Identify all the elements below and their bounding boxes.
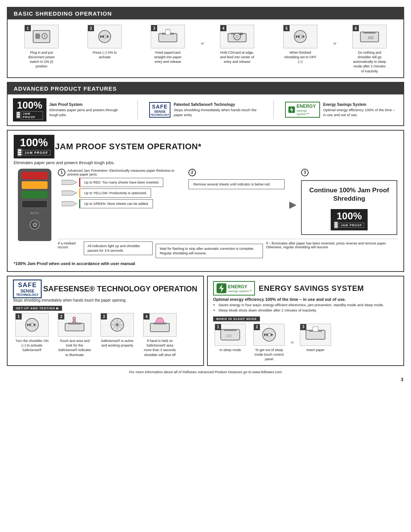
advanced-features-container: 100% JAM PROOF Jam Proof System Eliminat… <box>8 94 403 125</box>
energy-opt-title: Optimal energy efficiency 100% of the ti… <box>213 297 398 302</box>
setup-step-2-image: 2 <box>58 313 91 337</box>
energy-logo-large: ENERGY savings system™ <box>213 281 255 296</box>
yellow-indicator-row: Up to YELLOW: Productivity is optimized. <box>62 189 186 198</box>
svg-point-44 <box>116 323 119 326</box>
indicator-green <box>22 191 48 198</box>
energy-savings-section: ENERGY savings system™ ENERGY SAVINGS SY… <box>207 276 404 366</box>
sleep-step-3-caption: insert paper <box>306 348 325 352</box>
setup-step-1-caption: Turn the shredder ON (○) to activate Saf… <box>15 339 49 352</box>
feature-divider-2 <box>273 100 274 119</box>
step-4-image: 4 <box>220 25 254 48</box>
setup-label: SET-UP AND TESTING ▶ <box>13 306 62 311</box>
step-1-image: 1 <box>24 25 59 48</box>
setup-step-3-caption: SafeSense® is active and working properl… <box>100 339 134 348</box>
basic-shredding-section: BASIC SHREDDING OPERATION 1 Plug in and … <box>7 7 404 78</box>
jam-steps-content: 1 Advanced Jam Prevention- Electronicall… <box>58 169 397 258</box>
energy-bullets: Saves energy in four ways: energy-effici… <box>213 302 398 313</box>
power-button: ⏻ <box>30 220 40 230</box>
jam-step1-desc: Advanced Jam Prevention- Electronically … <box>67 169 186 176</box>
svg-text:zzz: zzz <box>226 334 232 338</box>
jam-step-2-col: 2 Remove several sheets until indicator … <box>188 169 285 235</box>
sleep-step-2: 2 To get out of sleep mode touch control… <box>252 324 286 361</box>
jam-step-1-col: 1 Advanced Jam Prevention- Electronicall… <box>58 169 186 235</box>
big-arrow: ► <box>287 169 299 235</box>
svg-rect-59 <box>313 327 318 331</box>
svg-rect-37 <box>68 323 81 324</box>
setup-step-1-image: 1 <box>15 313 49 337</box>
basic-section-header: BASIC SHREDDING OPERATION <box>8 8 403 19</box>
step-2-image: 2 <box>88 25 122 48</box>
setup-steps-container: 1 Turn the shredder ON (○) to activate S… <box>13 313 198 357</box>
feature-jam-proof-text: Jam Proof System Eliminates paper jams a… <box>49 102 126 118</box>
advanced-section-header: ADVANCED PRODUCT FEATURES <box>8 83 403 94</box>
sleep-step-1-image: 1 zzz <box>215 324 246 346</box>
step-3-image: 3 <box>151 25 185 48</box>
setup-step-4-caption: If hand is held on SafeSense® area more … <box>143 339 177 357</box>
jam-step-3-col: 3 Continue 100% Jam Proof Shredding 100% <box>301 169 397 235</box>
illuminates-note: If ↑ illuminates after paper has been re… <box>266 241 397 249</box>
setup-step-3: 3 SafeSense® is active and working prope… <box>98 313 136 348</box>
setup-step-4: 4 If hand is held on SafeSense® area mor… <box>141 313 179 357</box>
advanced-section: ADVANCED PRODUCT FEATURES 100% JAM PROOF… <box>7 82 404 126</box>
safe-sense-logo: SAFE SENSE TECHNOLOGY <box>149 102 171 118</box>
footer-note: For more information about all of Fellow… <box>7 370 404 374</box>
setup-step-2-caption: Touch test area and look for the SafeSen… <box>58 339 91 357</box>
jam-diagram: AUTO ⏻ 1 Advanced Jam Prevention- Electr… <box>14 169 397 258</box>
indicator-dark <box>22 200 48 208</box>
jam-footnote: *100% Jam Proof when used in accordance … <box>14 261 397 266</box>
feature-safe-sense: SAFE SENSE TECHNOLOGY Patented SafeSense… <box>149 102 262 118</box>
step-3-caption: Feed paper/card straight into paper entr… <box>151 50 185 64</box>
step-5-caption: When finished shredding set to OFF (○) <box>283 50 317 64</box>
svg-marker-28 <box>62 180 77 185</box>
sleep-or-label: or <box>291 340 294 344</box>
jam-proof-badge: 100% JAM PROOF <box>13 98 46 121</box>
jam-step-headers: 1 Advanced Jam Prevention- Electronicall… <box>58 169 397 235</box>
svg-marker-29 <box>62 191 77 195</box>
basic-step-5: 5 When finished shredding set to OFF (○) <box>270 25 330 64</box>
svg-point-38 <box>73 317 76 320</box>
jam-step1-num-row: 1 Advanced Jam Prevention- Electronicall… <box>58 169 186 176</box>
indicator-red <box>22 172 48 179</box>
svg-rect-1 <box>35 34 40 39</box>
indicator-yellow <box>22 181 48 189</box>
jam-proof-section: 100% JAM PROOF JAM PROOF SYSTEM OPERATIO… <box>7 130 404 272</box>
sleep-step-3: 3 insert paper <box>298 324 333 352</box>
basic-step-4: 4 Hold CD/card at edge, and feed into ce… <box>207 25 267 64</box>
jam-section-title: JAM PROOF SYSTEM OPERATION* <box>55 142 202 152</box>
safesense-section: SAFE SENSE TECHNOLOGY SAFESENSE® TECHNOL… <box>7 276 204 366</box>
yellow-indicator-box: Up to YELLOW: Productivity is optimized. <box>79 189 151 198</box>
step-4-caption: Hold CD/card at edge, and feed into cent… <box>220 50 254 64</box>
or-label-1: or <box>201 42 204 45</box>
shredder-illustration: AUTO ⏻ <box>18 169 51 241</box>
sleep-step-1-caption: In sleep mode <box>220 348 241 352</box>
svg-point-15 <box>236 36 238 38</box>
svg-rect-24 <box>363 32 376 34</box>
step-6-caption: Do nothing and shredder will go automati… <box>352 50 387 73</box>
safesense-logo-large: SAFE SENSE TECHNOLOGY <box>13 280 42 298</box>
sleep-step-3-image: 3 <box>300 324 331 346</box>
svg-rect-45 <box>150 323 169 332</box>
sleep-label: WHEN IN SLEEP MODE <box>213 316 260 321</box>
svg-rect-11 <box>166 29 170 35</box>
continue-title: Continue 100% Jam Proof Shredding <box>306 186 393 203</box>
safesense-subtitle: Stops shredding immediately when hands t… <box>13 298 198 302</box>
page-number: 3 <box>0 375 411 384</box>
step-6-image: 6 zzz <box>352 25 387 48</box>
energy-section-title: ENERGY SAVINGS SYSTEM <box>259 284 364 293</box>
basic-step-6: 6 zzz Do nothing and shredder will go au… <box>339 25 400 73</box>
green-indicator-box: Up to GREEN: More sheets can be added. <box>79 199 153 208</box>
green-indicator-row: Up to GREEN: More sheets can be added. <box>62 199 186 208</box>
safesense-title: SAFESENSE® TECHNOLOGY OPERATION <box>43 284 197 293</box>
basic-step-1: 1 Plug in and put disconnect power switc… <box>11 25 72 69</box>
safesense-title-row: SAFE SENSE TECHNOLOGY SAFESENSE® TECHNOL… <box>13 281 198 297</box>
auto-label: AUTO <box>30 211 39 215</box>
wait-box: Wait for flashing to stop after automati… <box>156 241 263 258</box>
red-indicator-box: Up to RED: Too many sheets have been ins… <box>79 178 163 187</box>
svg-rect-50 <box>224 329 237 331</box>
continue-jam-badge: 100% JAM PROOF <box>331 209 368 230</box>
misfeed-section: If a misfeed occurs: All indicators ligh… <box>58 239 397 258</box>
sleep-step-2-image: 2 <box>253 324 285 346</box>
basic-step-3: 3 Feed paper/card straight into paper en… <box>138 25 198 64</box>
basic-step-2: 2 Press (○) ON to activate <box>75 25 135 59</box>
jam-subtitle: Eliminates paper jams and powers through… <box>14 160 397 165</box>
